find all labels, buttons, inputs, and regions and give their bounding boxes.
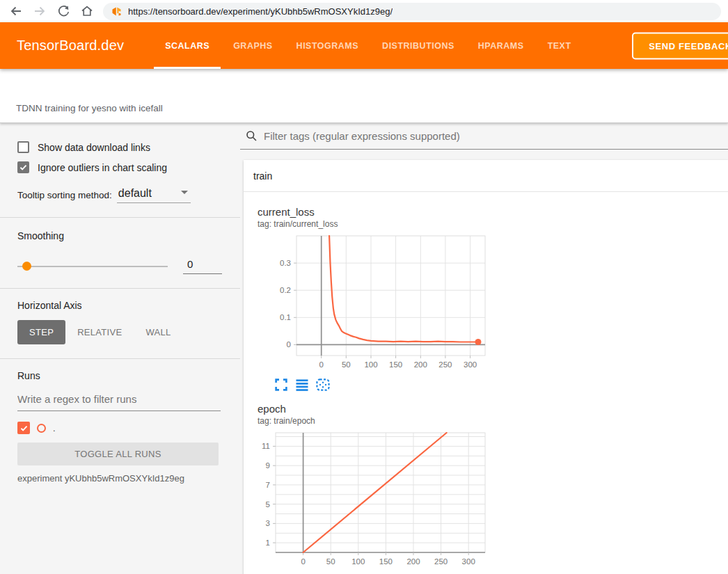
- svg-text:11: 11: [262, 442, 270, 450]
- svg-text:50: 50: [326, 557, 335, 566]
- main-panel: train current_losstag: train/current_los…: [240, 123, 728, 574]
- svg-text:0: 0: [319, 360, 323, 369]
- section-header-train[interactable]: train: [244, 160, 728, 192]
- url-bar[interactable]: https://tensorboard.dev/experiment/yKUbh…: [103, 3, 721, 20]
- svg-text:0: 0: [287, 340, 291, 349]
- smoothing-slider[interactable]: [17, 266, 168, 267]
- svg-text:100: 100: [351, 557, 365, 566]
- nav-tabs: SCALARS GRAPHS HISTOGRAMS DISTRIBUTIONS …: [153, 22, 583, 69]
- chart-card-epoch: epochtag: train/epoch0501001502002503001…: [256, 403, 493, 574]
- ignore-outliers-row[interactable]: Ignore outliers in chart scaling: [17, 161, 223, 173]
- settings-sidebar: Show data download links Ignore outliers…: [0, 123, 240, 574]
- chevron-down-icon: [181, 191, 188, 194]
- content: Show data download links Ignore outliers…: [0, 123, 728, 574]
- fit-domain-icon[interactable]: [316, 378, 330, 392]
- tooltip-sorting-dropdown[interactable]: default: [117, 187, 191, 203]
- tab-histograms[interactable]: HISTOGRAMS: [285, 22, 371, 69]
- ignore-outliers-checkbox[interactable]: [17, 161, 29, 173]
- send-feedback-button[interactable]: SEND FEEDBACK: [632, 32, 728, 59]
- forward-icon[interactable]: [31, 2, 49, 20]
- svg-text:300: 300: [462, 557, 475, 566]
- svg-text:0.3: 0.3: [280, 259, 291, 267]
- svg-text:1: 1: [266, 539, 270, 547]
- svg-text:5: 5: [266, 500, 270, 509]
- chart-plot-epoch[interactable]: 0501001502002503001357911: [256, 430, 489, 573]
- log-scale-icon[interactable]: [295, 378, 309, 392]
- svg-text:200: 200: [406, 557, 420, 566]
- axis-wall-button[interactable]: WALL: [134, 320, 182, 344]
- smoothing-slider-knob[interactable]: [22, 262, 31, 271]
- url-text: https://tensorboard.dev/experiment/yKUbh…: [128, 6, 393, 17]
- svg-text:9: 9: [266, 461, 270, 470]
- back-icon[interactable]: [7, 2, 25, 20]
- tag-filter-input[interactable]: [264, 130, 728, 142]
- svg-text:150: 150: [389, 360, 402, 369]
- tensorboard-favicon: [111, 6, 122, 17]
- svg-text:150: 150: [379, 557, 393, 566]
- show-download-links-checkbox[interactable]: [17, 141, 29, 153]
- charts-grid: current_losstag: train/current_loss05010…: [244, 192, 728, 574]
- app-header: TensorBoard.dev SCALARS GRAPHS HISTOGRAM…: [0, 22, 728, 69]
- run-checkbox[interactable]: [17, 422, 30, 434]
- axis-relative-button[interactable]: RELATIVE: [65, 320, 134, 344]
- axis-step-button[interactable]: STEP: [17, 320, 65, 344]
- horizontal-axis-label: Horizontal Axis: [17, 300, 223, 311]
- ignore-outliers-label: Ignore outliers in chart scaling: [38, 162, 167, 173]
- svg-text:300: 300: [464, 360, 477, 369]
- smoothing-value-input[interactable]: [183, 258, 222, 274]
- svg-text:50: 50: [342, 360, 351, 369]
- show-download-links-row[interactable]: Show data download links: [17, 141, 223, 153]
- svg-text:100: 100: [364, 360, 377, 369]
- svg-text:0.2: 0.2: [280, 286, 291, 294]
- horizontal-axis-toggle: STEP RELATIVE WALL: [17, 320, 223, 344]
- browser-chrome: https://tensorboard.dev/experiment/yKUbh…: [0, 0, 728, 22]
- chart-plot-current_loss[interactable]: 05010015020025030000.10.20.3: [256, 233, 489, 376]
- app-logo: TensorBoard.dev: [17, 38, 124, 54]
- experiment-caption: experiment yKUbhb5wRmOSXYkId1z9eg: [17, 473, 223, 484]
- chart-title: current_loss: [258, 206, 493, 218]
- svg-text:250: 250: [438, 360, 452, 369]
- tab-scalars[interactable]: SCALARS: [153, 22, 221, 69]
- svg-text:200: 200: [414, 360, 427, 369]
- tab-text[interactable]: TEXT: [536, 22, 583, 69]
- svg-text:3: 3: [266, 519, 270, 527]
- section-label: train: [253, 170, 272, 182]
- run-color-swatch: [37, 424, 46, 433]
- svg-text:0: 0: [301, 557, 305, 566]
- svg-text:0.1: 0.1: [280, 313, 291, 321]
- tab-hparams[interactable]: HPARAMS: [466, 22, 536, 69]
- fullscreen-icon[interactable]: [274, 378, 288, 392]
- runs-filter-input[interactable]: [17, 388, 221, 411]
- experiment-title: TDNN training for yesno with icefall: [16, 103, 163, 113]
- experiment-title-bar: TDNN training for yesno with icefall: [0, 69, 728, 123]
- svg-text:250: 250: [434, 557, 448, 566]
- chart-tag: tag: train/epoch: [258, 416, 493, 426]
- train-section-card: train current_losstag: train/current_los…: [244, 160, 728, 574]
- chart-actions: [274, 378, 493, 392]
- runs-label: Runs: [17, 370, 223, 381]
- reload-icon[interactable]: [54, 2, 72, 20]
- tooltip-sorting-value: default: [118, 187, 152, 200]
- smoothing-label: Smoothing: [17, 218, 223, 241]
- tag-filter-row: [240, 123, 728, 150]
- chart-card-current_loss: current_losstag: train/current_loss05010…: [256, 206, 493, 403]
- chart-tag: tag: train/current_loss: [258, 219, 493, 229]
- run-name: .: [53, 423, 56, 433]
- tab-graphs[interactable]: GRAPHS: [221, 22, 284, 69]
- show-download-links-label: Show data download links: [38, 142, 150, 153]
- svg-text:7: 7: [266, 481, 270, 489]
- tooltip-sorting-label: Tooltip sorting method:: [17, 190, 112, 203]
- chart-title: epoch: [258, 403, 493, 415]
- toggle-all-runs-button[interactable]: TOGGLE ALL RUNS: [17, 443, 219, 465]
- search-icon: [246, 130, 258, 142]
- run-row[interactable]: .: [17, 422, 223, 434]
- tab-distributions[interactable]: DISTRIBUTIONS: [370, 22, 466, 69]
- home-icon[interactable]: [78, 2, 96, 20]
